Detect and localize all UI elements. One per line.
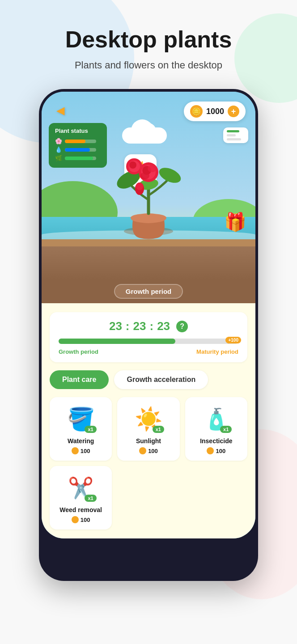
- care-item-weed-removal[interactable]: ✂️ x1 Weed removal 100: [50, 466, 112, 530]
- care-item-insecticide[interactable]: 🧴 x1 Insecticide 100: [185, 397, 247, 461]
- progress-label-left: Growth period: [59, 348, 98, 355]
- status-fill-water: [65, 148, 90, 152]
- content-area: 23 : 23 : 23 ? +100 Growth period Maturi…: [42, 303, 255, 538]
- sunlight-cost: 100: [139, 447, 158, 454]
- info-line-3: [227, 138, 241, 140]
- app-title: Desktop plants: [65, 27, 232, 52]
- app-subtitle: Plants and flowers on the desktop: [75, 59, 222, 71]
- leaf-icon: 🌿: [55, 155, 62, 161]
- phone-inner: ◀ 🪙 1000 + Plant status 🌸: [42, 92, 255, 538]
- info-line-1: [227, 130, 239, 132]
- status-fill-leaf: [65, 157, 93, 160]
- timer-display: 23 : 23 : 23 ?: [59, 319, 238, 333]
- status-bar-leaf: [65, 157, 96, 160]
- weed-removal-label: Weed removal: [59, 506, 102, 513]
- care-icon-sunlight: ☀️ x1: [133, 403, 164, 435]
- care-icon-weed-removal: ✂️ x1: [65, 472, 97, 504]
- progress-fill: [59, 339, 175, 344]
- weed-removal-badge: x1: [85, 495, 96, 502]
- plant-svg: [104, 142, 193, 240]
- timer-seconds: 23: [157, 319, 170, 333]
- status-row-water: 💧: [55, 146, 101, 153]
- info-line-2: [227, 134, 236, 136]
- progress-bar-container: +100: [59, 339, 238, 344]
- plant-status-title: Plant status: [55, 127, 101, 134]
- svg-point-11: [129, 161, 136, 169]
- tab-plant-care[interactable]: Plant care: [50, 370, 109, 389]
- timer-help-button[interactable]: ?: [176, 321, 188, 332]
- phone-mockup: ◀ 🪙 1000 + Plant status 🌸: [39, 89, 258, 581]
- insecticide-cost-amount: 100: [216, 448, 225, 454]
- insecticide-cost: 100: [207, 447, 225, 454]
- insecticide-badge: x1: [220, 426, 232, 433]
- timer-minutes: 23: [133, 319, 146, 333]
- status-row-sun: 🌸: [55, 138, 101, 144]
- info-card: [223, 127, 248, 143]
- coin-counter: 🪙 1000 +: [184, 102, 246, 121]
- game-scene: ◀ 🪙 1000 + Plant status 🌸: [42, 92, 255, 280]
- tab-growth-acceleration[interactable]: Growth acceleration: [114, 370, 208, 389]
- sun-icon: 🌸: [55, 138, 62, 144]
- care-grid-bottom: ✂️ x1 Weed removal 100: [50, 466, 247, 530]
- water-icon: 💧: [55, 146, 62, 153]
- svg-point-13: [136, 183, 143, 190]
- weed-removal-cost-amount: 100: [81, 517, 90, 523]
- timer-colon-2: :: [149, 319, 153, 333]
- sunlight-badge: x1: [153, 426, 164, 433]
- growth-period-badge: Growth period: [114, 284, 183, 299]
- progress-label-right: Maturity period: [196, 348, 238, 355]
- timer-colon-1: :: [126, 319, 130, 333]
- plant-status-box: Plant status 🌸 💧 🌿: [49, 123, 107, 168]
- care-item-watering[interactable]: 🪣 x1 Watering 100: [50, 397, 112, 461]
- watering-cost: 100: [72, 447, 90, 454]
- sunlight-coin-icon: [139, 447, 146, 454]
- progress-badge: +100: [225, 337, 241, 343]
- svg-point-2: [157, 165, 183, 186]
- watering-coin-icon: [72, 447, 79, 454]
- cloud: [122, 127, 167, 144]
- watering-cost-amount: 100: [81, 448, 90, 454]
- weed-removal-coin-icon: [72, 516, 79, 523]
- status-bar-sun: [65, 140, 96, 143]
- care-grid-top: 🪣 x1 Watering 100 ☀️ x1: [50, 397, 247, 461]
- desk-area: [42, 239, 255, 280]
- svg-point-7: [148, 165, 157, 172]
- tab-buttons: Plant care Growth acceleration: [50, 370, 247, 389]
- progress-labels: Growth period Maturity period: [59, 348, 238, 355]
- insecticide-label: Insecticide: [200, 437, 232, 445]
- insecticide-coin-icon: [207, 447, 214, 454]
- back-button[interactable]: ◀: [51, 102, 69, 119]
- coin-plus-button[interactable]: +: [228, 106, 239, 117]
- growth-bar-section: Growth period: [42, 280, 255, 303]
- sunlight-cost-amount: 100: [148, 448, 158, 454]
- status-bar-water: [65, 148, 96, 152]
- watering-label: Watering: [68, 437, 94, 445]
- coin-icon: 🪙: [190, 105, 203, 118]
- timer-hours: 23: [109, 319, 122, 333]
- gift-icon[interactable]: 🎁: [224, 212, 246, 233]
- care-item-sunlight[interactable]: ☀️ x1 Sunlight 100: [117, 397, 179, 461]
- care-icon-watering: 🪣 x1: [65, 403, 97, 435]
- page-content: Desktop plants Plants and flowers on the…: [0, 0, 297, 581]
- status-row-leaf: 🌿: [55, 155, 101, 161]
- plant-container: [104, 142, 193, 240]
- weed-removal-cost: 100: [72, 516, 90, 523]
- desk-top: [42, 239, 255, 246]
- coin-amount: 1000: [206, 107, 224, 116]
- watering-badge: x1: [85, 426, 96, 433]
- svg-point-8: [140, 172, 149, 179]
- sunlight-label: Sunlight: [136, 437, 161, 445]
- status-fill-sun: [65, 140, 85, 143]
- timer-section: 23 : 23 : 23 ? +100 Growth period Maturi…: [50, 312, 247, 362]
- care-icon-insecticide: 🧴 x1: [200, 403, 232, 435]
